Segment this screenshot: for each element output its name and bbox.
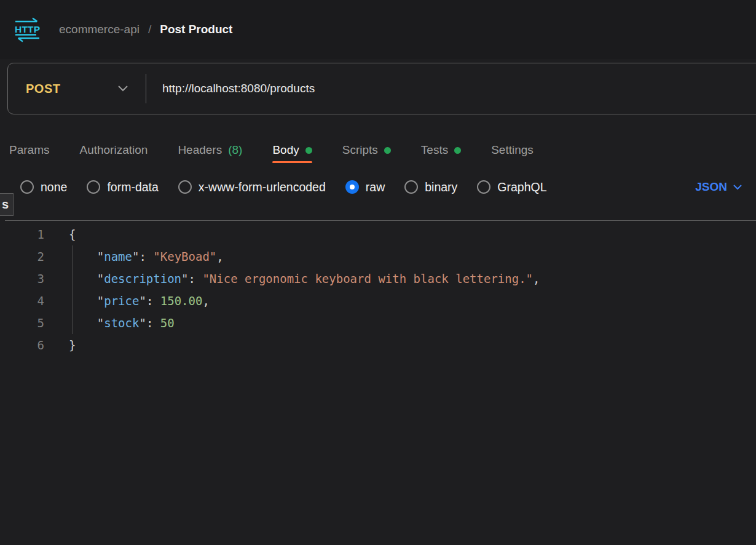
- indent-guide: [72, 245, 73, 334]
- svg-text:HTTP: HTTP: [15, 24, 40, 34]
- radio-unselected-icon: [404, 180, 418, 194]
- radio-label: binary: [425, 180, 457, 194]
- tab-label: Tests: [421, 143, 448, 157]
- tab-label: Authorization: [79, 143, 148, 157]
- code-content: "name": "KeyBoad",: [69, 250, 224, 263]
- body-type-radio-graphql[interactable]: GraphQL: [477, 180, 546, 194]
- body-type-row: noneform-datax-www-form-urlencodedrawbin…: [20, 173, 756, 201]
- language-label: JSON: [695, 180, 727, 194]
- green-dot-indicator: [384, 147, 391, 154]
- method-label: POST: [26, 82, 60, 96]
- tab-body[interactable]: Body: [272, 129, 312, 164]
- line-number: 3: [0, 272, 44, 285]
- green-dot-indicator: [305, 147, 312, 154]
- green-dot-indicator: [454, 147, 461, 154]
- line-number: 2: [0, 250, 44, 263]
- tab-count-badge: (8): [228, 143, 242, 157]
- tab-label: Settings: [491, 143, 534, 157]
- radio-label: GraphQL: [497, 180, 546, 194]
- code-line[interactable]: 2 "name": "KeyBoad",: [0, 245, 756, 268]
- radio-label: none: [41, 180, 67, 194]
- body-type-radio-binary[interactable]: binary: [404, 180, 457, 194]
- radio-selected-icon: [345, 180, 359, 194]
- line-number: 6: [0, 338, 44, 352]
- request-url-bar: POST: [7, 63, 756, 114]
- breadcrumb: ecommerce-api / Post Product: [59, 23, 232, 36]
- line-number: 4: [0, 294, 44, 308]
- radio-label: form-data: [107, 180, 158, 194]
- code-line[interactable]: 6}: [0, 334, 756, 356]
- radio-label: raw: [366, 180, 385, 194]
- line-number: 1: [0, 228, 44, 241]
- header: HTTP ecommerce-api / Post Product: [0, 0, 756, 59]
- code-line[interactable]: 3 "description": "Nice ergonomic keyboar…: [0, 268, 756, 290]
- tab-authorization[interactable]: Authorization: [79, 129, 148, 164]
- tab-headers[interactable]: Headers(8): [178, 129, 242, 164]
- tab-scripts[interactable]: Scripts: [342, 129, 391, 164]
- body-code-editor[interactable]: 1{2 "name": "KeyBoad",3 "description": "…: [0, 221, 756, 545]
- chevron-down-icon: [733, 183, 742, 192]
- radio-unselected-icon: [477, 180, 490, 194]
- body-type-radio-raw[interactable]: raw: [345, 180, 385, 194]
- code-content: "description": "Nice ergonomic keyboard …: [69, 272, 540, 285]
- tab-label: Headers: [178, 143, 222, 157]
- http-request-icon: HTTP: [14, 17, 42, 42]
- tab-settings[interactable]: Settings: [491, 129, 534, 164]
- tab-label: Params: [9, 143, 49, 157]
- tab-params[interactable]: Params: [9, 129, 49, 164]
- breadcrumb-collection[interactable]: ecommerce-api: [59, 23, 140, 36]
- breadcrumb-separator: /: [148, 23, 151, 36]
- breadcrumb-request-name[interactable]: Post Product: [160, 23, 232, 36]
- code-line[interactable]: 4 "price": 150.00,: [0, 290, 756, 312]
- method-selector[interactable]: POST: [8, 63, 146, 114]
- body-type-radio-none[interactable]: none: [20, 180, 67, 194]
- code-content: "stock": 50: [69, 316, 175, 330]
- code-content: }: [69, 338, 76, 352]
- request-tabs: ParamsAuthorizationHeaders(8)BodyScripts…: [9, 129, 756, 164]
- tab-tests[interactable]: Tests: [421, 129, 461, 164]
- language-selector[interactable]: JSON: [695, 180, 742, 194]
- tab-label: Body: [272, 143, 299, 157]
- code-line[interactable]: 1{: [0, 223, 756, 245]
- code-line[interactable]: 5 "stock": 50: [0, 312, 756, 334]
- code-content: {: [69, 228, 76, 241]
- tab-label: Scripts: [342, 143, 378, 157]
- radio-unselected-icon: [178, 180, 192, 194]
- chevron-down-icon: [117, 84, 128, 93]
- radio-unselected-icon: [87, 180, 100, 194]
- side-flyout-tab[interactable]: s: [0, 193, 14, 216]
- code-content: "price": 150.00,: [69, 294, 210, 308]
- body-type-radio-form-data[interactable]: form-data: [87, 180, 158, 194]
- radio-label: x-www-form-urlencoded: [199, 180, 326, 194]
- url-input[interactable]: [146, 82, 756, 95]
- line-number: 5: [0, 316, 44, 330]
- radio-unselected-icon: [20, 180, 34, 194]
- body-type-radio-x-www-form-urlencoded[interactable]: x-www-form-urlencoded: [178, 180, 326, 194]
